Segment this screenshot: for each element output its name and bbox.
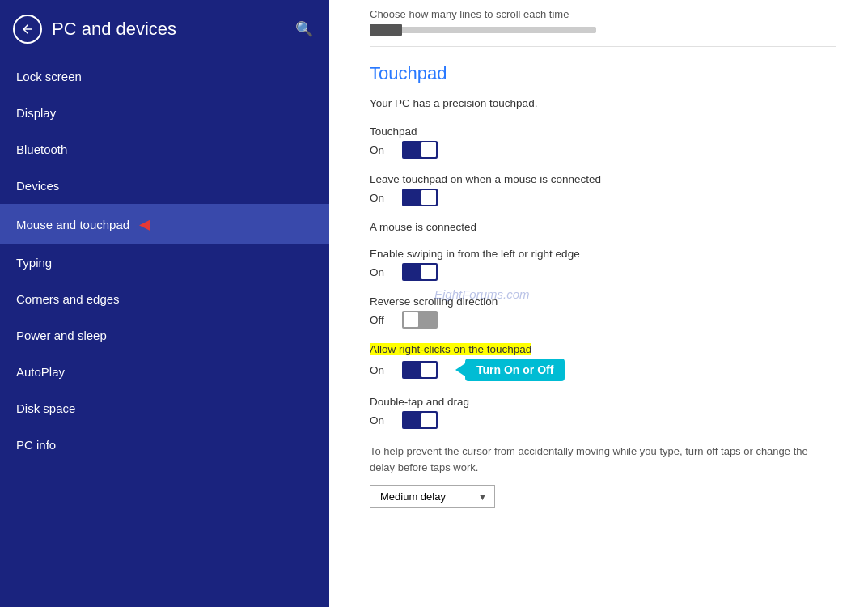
delay-select-wrapper[interactable]: Medium delay Short delay Long delay No d… <box>370 485 495 508</box>
section-title: Touchpad <box>370 63 836 84</box>
highlighted-label: Allow right-clicks on the touchpad <box>370 343 531 355</box>
tooltip-callout: Turn On or Off <box>455 359 565 381</box>
tooltip-arrow-icon <box>455 363 465 376</box>
help-text: To help prevent the cursor from accident… <box>370 444 836 475</box>
sidebar-item-display[interactable]: Display <box>0 95 329 131</box>
setting-doubletap-label: Double-tap and drag <box>370 396 836 408</box>
setting-mouse-connected: A mouse is connected <box>370 221 836 233</box>
back-button[interactable] <box>13 15 42 44</box>
setting-reverse-scroll-label: Reverse scrolling direction <box>370 295 836 308</box>
setting-touchpad-value-row: On <box>370 141 836 159</box>
setting-doubletap: Double-tap and drag On <box>370 396 836 429</box>
toggle-reverse-scroll[interactable] <box>402 311 438 329</box>
toggle-touchpad-knob <box>421 142 436 157</box>
main-content: Choose how many lines to scroll each tim… <box>329 0 868 607</box>
setting-swiping-label: Enable swiping in from the left or right… <box>370 248 836 260</box>
setting-touchpad-label: Touchpad <box>370 125 836 138</box>
sidebar-item-autoplay[interactable]: AutoPlay <box>0 354 329 390</box>
setting-rightclicks-label: Allow right-clicks on the touchpad <box>370 343 836 355</box>
setting-reverse-scroll-value: Off <box>370 314 392 326</box>
sidebar-item-lock-screen[interactable]: Lock screen <box>0 58 329 95</box>
setting-mouse-connected-label: A mouse is connected <box>370 221 836 233</box>
sidebar-item-devices[interactable]: Devices <box>0 168 329 204</box>
active-arrow-icon: ◀ <box>139 215 150 233</box>
toggle-rightclicks[interactable] <box>402 361 438 379</box>
toggle-rightclicks-knob <box>421 363 436 377</box>
toggle-leave-touchpad-knob <box>421 190 436 205</box>
setting-swiping-value: On <box>370 266 392 278</box>
setting-reverse-scroll: Reverse scrolling direction Off <box>370 295 836 329</box>
sidebar-item-bluetooth[interactable]: Bluetooth <box>0 131 329 168</box>
sidebar-header: PC and devices 🔍 <box>0 0 329 58</box>
setting-doubletap-value: On <box>370 414 392 427</box>
tooltip-box: Turn On or Off <box>465 359 565 381</box>
setting-rightclicks-value: On <box>370 364 392 376</box>
sidebar-item-corners-edges[interactable]: Corners and edges <box>0 281 329 317</box>
scroll-label: Choose how many lines to scroll each tim… <box>370 8 836 20</box>
toggle-reverse-scroll-knob <box>404 312 418 327</box>
search-icon[interactable]: 🔍 <box>295 20 313 38</box>
setting-leave-touchpad-label: Leave touchpad on when a mouse is connec… <box>370 173 836 185</box>
setting-doubletap-value-row: On <box>370 411 836 429</box>
toggle-doubletap-knob <box>421 413 436 427</box>
toggle-touchpad[interactable] <box>402 141 438 159</box>
sidebar-item-typing[interactable]: Typing <box>0 244 329 281</box>
sidebar-item-disk-space[interactable]: Disk space <box>0 390 329 427</box>
setting-touchpad-value: On <box>370 144 392 156</box>
setting-leave-touchpad-value: On <box>370 192 392 204</box>
setting-rightclicks: Allow right-clicks on the touchpad On Tu… <box>370 343 836 381</box>
sidebar-item-power-sleep[interactable]: Power and sleep <box>0 317 329 354</box>
sidebar-title: PC and devices <box>52 19 286 40</box>
setting-leave-touchpad: Leave touchpad on when a mouse is connec… <box>370 173 836 206</box>
setting-swiping: Enable swiping in from the left or right… <box>370 248 836 281</box>
setting-leave-touchpad-value-row: On <box>370 189 836 206</box>
toggle-doubletap[interactable] <box>402 411 438 429</box>
sidebar: PC and devices 🔍 Lock screen Display Blu… <box>0 0 329 607</box>
scroll-slider[interactable] <box>370 27 596 33</box>
toggle-swiping-knob <box>421 265 436 279</box>
toggle-leave-touchpad[interactable] <box>402 189 438 206</box>
setting-reverse-scroll-value-row: Off <box>370 311 836 329</box>
sidebar-item-mouse-touchpad[interactable]: Mouse and touchpad ◀ <box>0 204 329 244</box>
sidebar-item-pc-info[interactable]: PC info <box>0 427 329 463</box>
subtitle: Your PC has a precision touchpad. <box>370 97 836 109</box>
toggle-swiping[interactable] <box>402 263 438 281</box>
delay-select[interactable]: Medium delay Short delay Long delay No d… <box>370 485 495 508</box>
setting-swiping-value-row: On <box>370 263 836 281</box>
setting-rightclicks-value-row: On Turn On or Off <box>370 359 836 381</box>
scroll-section: Choose how many lines to scroll each tim… <box>370 0 836 47</box>
setting-touchpad: Touchpad On <box>370 125 836 159</box>
scroll-slider-thumb <box>370 24 402 36</box>
